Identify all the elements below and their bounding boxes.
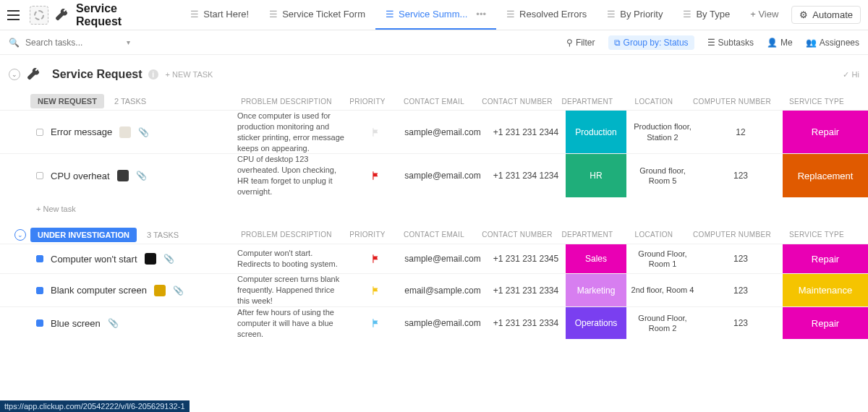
tab-resolved-errors[interactable]: ☰Resolved Errors [496, 0, 597, 30]
cell-priority[interactable] [353, 244, 399, 274]
task-name[interactable]: Computer won't start [51, 254, 137, 265]
cell-dept[interactable]: HR [566, 154, 626, 197]
add-view-button[interactable]: + View [740, 0, 788, 30]
collapse-all-icon[interactable]: ⌄ [9, 69, 20, 80]
col-location: LOCATION [618, 231, 690, 239]
cell-dept[interactable]: Sales [566, 244, 626, 274]
task-name[interactable]: CPU overheat [51, 171, 110, 181]
tab-by-priority[interactable]: ☰By Priority [597, 0, 673, 30]
cell-desc: After few hours of using the computer it… [237, 307, 353, 340]
col-email: CONTACT EMAIL [391, 231, 477, 239]
attachment-icon[interactable]: 📎 [108, 318, 119, 328]
info-icon[interactable]: i [148, 69, 158, 80]
attachment-icon[interactable]: 📎 [136, 171, 147, 181]
cell-priority[interactable] [353, 154, 399, 197]
cell-service[interactable]: Repair [783, 244, 868, 274]
col-desc: PROBLEM DESCRIPTION [229, 98, 344, 106]
tab-label: By Type [696, 9, 730, 20]
task-row[interactable]: CPU overheat📎CPU of desktop 123 overheat… [0, 153, 868, 197]
task-row[interactable]: Error message📎Once computer is used for … [0, 110, 868, 153]
status-group: NEW REQUEST2 TASKSPROBLEM DESCRIPTIONPRI… [0, 88, 868, 222]
status-chip[interactable]: NEW REQUEST [30, 94, 104, 108]
cell-location: 2nd floor, Room 4 [626, 274, 699, 306]
task-row[interactable]: Computer won't start📎Computer won't star… [0, 244, 868, 274]
cell-service[interactable]: Maintenance [783, 274, 868, 306]
cell-desc: CPU of desktop 123 overheated. Upon chec… [237, 154, 353, 197]
cell-desc: Computer won't start. Redirects to booti… [237, 244, 353, 274]
cell-location: Ground floor, Room 5 [626, 154, 699, 197]
group-icon: ⧉ [614, 38, 621, 48]
subtasks-button[interactable]: ☰Subtasks [707, 38, 754, 48]
task-name[interactable]: Error message [51, 126, 112, 137]
col-location: LOCATION [618, 98, 690, 106]
tab-start-here-[interactable]: ☰Start Here! [180, 0, 259, 30]
me-button[interactable]: 👤Me [767, 38, 793, 48]
wrench-icon [56, 9, 69, 22]
cell-service[interactable]: Replacement [783, 154, 868, 197]
task-name[interactable]: Blue screen [51, 318, 101, 329]
cell-priority[interactable] [353, 274, 399, 306]
cell-dept[interactable]: Production [566, 111, 626, 153]
assignees-button[interactable]: 👥Assignees [806, 38, 859, 48]
chevron-down-icon[interactable]: ▾ [127, 38, 130, 46]
cell-computer: 123 [699, 244, 783, 274]
group-by-button[interactable]: ⧉Group by: Status [608, 35, 694, 50]
hide-button[interactable]: ✓ Hi [843, 70, 859, 80]
attachment-icon[interactable]: 📎 [138, 127, 149, 137]
cell-computer: 12 [699, 111, 783, 153]
col-desc: PROBLEM DESCRIPTION [229, 231, 344, 239]
cell-service[interactable]: Repair [783, 307, 868, 340]
cell-email: sample@email.com [399, 244, 486, 274]
col-dept: DEPARTMENT [557, 98, 618, 106]
page-title: Service Request [76, 2, 160, 28]
status-square-icon[interactable] [36, 129, 43, 136]
status-square-icon[interactable] [36, 255, 43, 262]
status-square-icon[interactable] [36, 287, 43, 294]
cell-dept[interactable]: Operations [566, 307, 626, 340]
more-icon[interactable]: ••• [476, 9, 486, 20]
search-input[interactable] [24, 37, 111, 48]
workspace-icon[interactable] [30, 6, 48, 25]
bolt-icon: ⚙ [799, 9, 808, 20]
tab-label: Service Ticket Form [282, 9, 365, 20]
cell-priority[interactable] [353, 111, 399, 153]
task-cells: CPU of desktop 123 overheated. Upon chec… [237, 154, 868, 197]
collapse-icon[interactable]: ⌄ [14, 229, 26, 241]
group-header: ⌄UNDER INVESTIGATION3 TASKSPROBLEM DESCR… [0, 222, 868, 244]
automate-button[interactable]: ⚙ Automate [791, 6, 861, 24]
cell-location: Ground Floor, Room 2 [626, 307, 699, 340]
cell-number: +1 231 234 1234 [486, 154, 566, 197]
status-chip[interactable]: UNDER INVESTIGATION [30, 228, 137, 242]
tab-service-summ-[interactable]: ☰Service Summ...••• [375, 0, 496, 30]
cell-service[interactable]: Repair [783, 111, 868, 153]
flag-icon [371, 318, 381, 328]
new-task-button[interactable]: + New task [0, 197, 868, 222]
subtasks-label: Subtasks [718, 38, 754, 48]
task-left: Error message📎 [0, 111, 237, 153]
status-square-icon[interactable] [36, 319, 43, 327]
attachment-icon[interactable]: 📎 [173, 286, 184, 296]
task-cells: Computer screen turns blank frequently. … [237, 274, 868, 306]
menu-icon[interactable] [7, 10, 20, 20]
attachment-icon[interactable]: 📎 [163, 254, 174, 264]
task-count: 2 TASKS [114, 97, 146, 106]
task-row[interactable]: Blank computer screen📎Computer screen tu… [0, 273, 868, 306]
cell-computer: 123 [699, 274, 783, 306]
view-tabs: ☰Start Here!☰Service Ticket Form☰Service… [180, 0, 788, 30]
section-head: ⌄ Service Request i + NEW TASK ✓ Hi [0, 55, 868, 88]
new-task-button[interactable]: + NEW TASK [166, 70, 213, 79]
cell-priority[interactable] [353, 307, 399, 340]
task-thumb-icon [119, 126, 131, 138]
task-name[interactable]: Blank computer screen [51, 285, 147, 296]
task-cells: Once computer is used for production mon… [237, 111, 868, 153]
status-square-icon[interactable] [36, 172, 43, 179]
list-icon: ☰ [506, 9, 515, 20]
tab-service-ticket-form[interactable]: ☰Service Ticket Form [259, 0, 375, 30]
wrench-icon [27, 68, 41, 81]
col-computer: COMPUTER NUMBER [690, 98, 774, 106]
task-row[interactable]: Blue screen📎After few hours of using the… [0, 306, 868, 340]
tab-label: Start Here! [203, 9, 249, 20]
cell-dept[interactable]: Marketing [566, 274, 626, 306]
tab-by-type[interactable]: ☰By Type [673, 0, 740, 30]
filter-button[interactable]: ⚲Filter [566, 38, 595, 48]
